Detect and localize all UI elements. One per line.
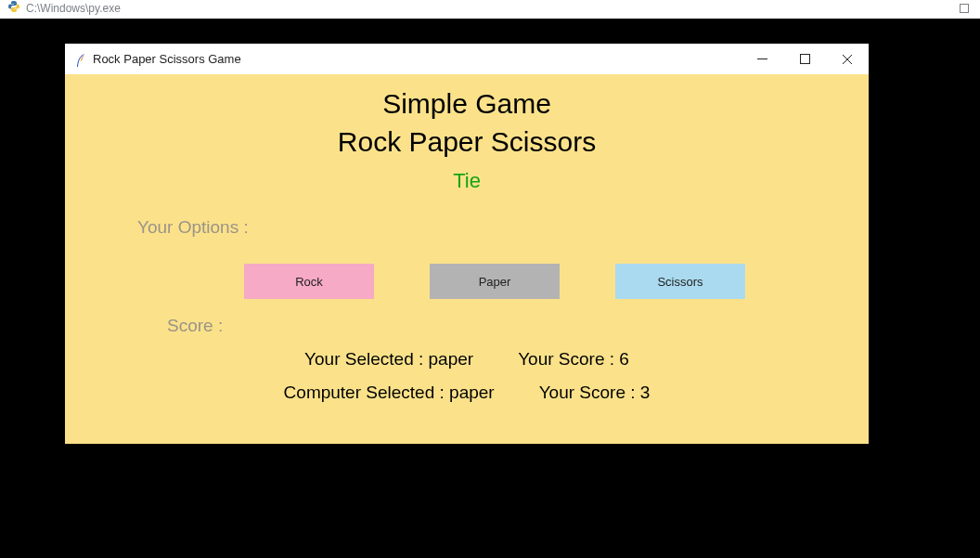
outer-console-titlebar: C:\Windows\py.exe bbox=[0, 0, 980, 16]
window-titlebar[interactable]: Rock Paper Scissors Game bbox=[65, 44, 869, 74]
player-row: Your Selected : paper Your Score : 6 bbox=[65, 349, 869, 370]
options-label: Your Options : bbox=[137, 217, 869, 238]
outer-maximize-icon[interactable] bbox=[954, 0, 974, 16]
player-score: Your Score : 6 bbox=[518, 349, 629, 370]
heading-1: Simple Game bbox=[65, 85, 869, 122]
heading-2: Rock Paper Scissors bbox=[65, 123, 869, 160]
app-body: Simple Game Rock Paper Scissors Tie Your… bbox=[65, 74, 869, 444]
minimize-button[interactable] bbox=[741, 44, 783, 74]
python-icon bbox=[7, 0, 20, 16]
scores-block: Your Selected : paper Your Score : 6 Com… bbox=[65, 349, 869, 403]
svg-rect-0 bbox=[961, 4, 969, 12]
score-label: Score : bbox=[167, 316, 869, 336]
tk-feather-icon bbox=[74, 53, 87, 66]
computer-row: Computer Selected : paper Your Score : 3 bbox=[65, 383, 869, 403]
choice-buttons-row: Rock Paper Scissors bbox=[65, 264, 869, 299]
svg-rect-2 bbox=[800, 55, 809, 64]
rock-button[interactable]: Rock bbox=[244, 264, 374, 299]
scissors-button[interactable]: Scissors bbox=[615, 264, 745, 299]
paper-button[interactable]: Paper bbox=[430, 264, 560, 299]
result-label: Tie bbox=[65, 169, 869, 193]
window-title: Rock Paper Scissors Game bbox=[93, 52, 241, 66]
player-selected: Your Selected : paper bbox=[304, 349, 473, 370]
computer-score: Your Score : 3 bbox=[539, 383, 651, 403]
desktop-background: Rock Paper Scissors Game Simple Game Roc… bbox=[0, 19, 980, 558]
close-button[interactable] bbox=[826, 44, 869, 74]
computer-selected: Computer Selected : paper bbox=[284, 383, 495, 403]
app-window: Rock Paper Scissors Game Simple Game Roc… bbox=[65, 44, 869, 444]
maximize-button[interactable] bbox=[783, 44, 826, 74]
outer-console-title: C:\Windows\py.exe bbox=[26, 2, 121, 15]
